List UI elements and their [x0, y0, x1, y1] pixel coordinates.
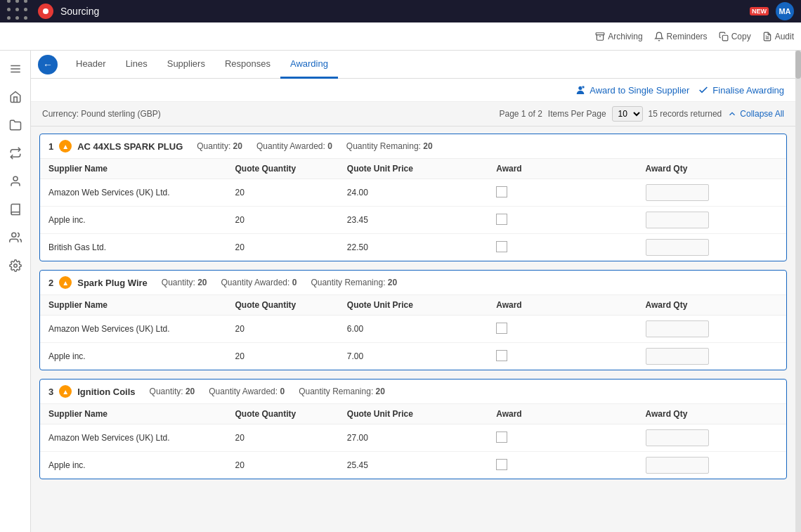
- th-award-2: Award: [488, 295, 637, 316]
- th-quote-qty-1: Quote Quantity: [227, 159, 339, 179]
- item-card-1: 1 ▲ AC 44XLS SPARK PLUG Quantity: 20 Qua…: [39, 134, 787, 261]
- item-name-3: Ignition Coils: [77, 387, 135, 397]
- page-scrollbar[interactable]: [795, 51, 801, 532]
- back-button[interactable]: ←: [38, 55, 58, 74]
- item-quantity-1: Quantity: 20: [197, 141, 242, 151]
- quote-qty: 20: [227, 424, 339, 452]
- sidebar-person-icon[interactable]: [3, 169, 28, 194]
- archiving-button[interactable]: Archiving: [595, 32, 642, 41]
- award-checkbox[interactable]: [496, 241, 507, 252]
- item-qty-awarded-2: Quantity Awarded: 0: [221, 278, 297, 287]
- th-award-qty-2: Award Qty: [637, 295, 786, 316]
- award-qty-input[interactable]: [646, 320, 709, 337]
- award-qty-input[interactable]: [646, 184, 709, 201]
- pagination-bar: Currency: Pound sterling (GBP) Page 1 of…: [31, 102, 795, 126]
- award-checkbox[interactable]: [496, 459, 507, 470]
- table-row: Apple inc. 20 25.45: [40, 452, 786, 479]
- supplier-name: British Gas Ltd.: [40, 234, 227, 261]
- supplier-name: Amazon Web Services (UK) Ltd.: [40, 179, 227, 207]
- app-grid-icon[interactable]: [7, 0, 31, 23]
- award-checkbox[interactable]: [496, 323, 507, 334]
- sidebar-transfer-icon[interactable]: [3, 141, 28, 166]
- collapse-all-button[interactable]: Collapse All: [727, 109, 784, 119]
- item-number-3: 3: [48, 387, 53, 397]
- currency-label: Currency: Pound sterling (GBP): [42, 109, 161, 119]
- award-qty-input[interactable]: [646, 457, 709, 474]
- new-badge: NEW: [750, 7, 769, 15]
- svg-rect-2: [722, 35, 728, 41]
- award-checkbox[interactable]: [496, 350, 507, 361]
- th-unit-price-3: Quote Unit Price: [339, 404, 488, 424]
- item-status-icon-1: ▲: [59, 140, 72, 153]
- tab-responses[interactable]: Responses: [215, 51, 280, 79]
- item-card-2: 2 ▲ Spark Plug Wire Quantity: 20 Quantit…: [39, 270, 787, 370]
- award-qty-cell: [637, 207, 786, 234]
- item-qty-remaining-1: Quantity Remaning: 20: [346, 141, 433, 151]
- table-row: Apple inc. 20 23.45: [40, 207, 786, 234]
- supplier-name: Apple inc.: [40, 452, 227, 479]
- avatar[interactable]: MA: [776, 2, 794, 20]
- item-meta-3: Quantity: 20 Quantity Awarded: 0 Quantit…: [150, 387, 385, 396]
- th-quote-qty-2: Quote Quantity: [227, 295, 339, 316]
- award-qty-cell: [637, 452, 786, 479]
- svg-text:+: +: [582, 86, 584, 89]
- archiving-label: Archiving: [608, 32, 642, 41]
- item-table-1: Supplier Name Quote Quantity Quote Unit …: [40, 159, 786, 261]
- quote-qty: 20: [227, 452, 339, 479]
- award-single-button[interactable]: + Award to Single Supplier: [575, 84, 689, 96]
- table-row: British Gas Ltd. 20 22.50: [40, 234, 786, 261]
- tab-suppliers[interactable]: Suppliers: [157, 51, 215, 79]
- app-title: Sourcing: [60, 6, 99, 17]
- th-quote-qty-3: Quote Quantity: [227, 404, 339, 424]
- audit-button[interactable]: Audit: [762, 32, 794, 41]
- award-qty-input[interactable]: [646, 429, 709, 446]
- sidebar-folder-icon[interactable]: [3, 112, 28, 138]
- award-checkbox[interactable]: [496, 214, 507, 225]
- award-qty-input[interactable]: [646, 348, 709, 365]
- unit-price: 25.45: [339, 452, 488, 479]
- award-qty-input[interactable]: [646, 239, 709, 256]
- sidebar-people-icon[interactable]: [3, 225, 28, 250]
- sidebar: [0, 51, 31, 532]
- sidebar-book-icon[interactable]: [3, 197, 28, 222]
- unit-price: 24.00: [339, 179, 488, 207]
- copy-button[interactable]: Copy: [719, 32, 751, 41]
- award-checkbox[interactable]: [496, 432, 507, 443]
- award-qty-cell: [637, 234, 786, 261]
- svg-rect-0: [596, 32, 604, 34]
- content-area: ← Header Lines Suppliers Responses Award…: [31, 51, 795, 532]
- supplier-name: Amazon Web Services (UK) Ltd.: [40, 424, 227, 452]
- tab-lines[interactable]: Lines: [116, 51, 157, 79]
- page-info: Page 1 of 2: [499, 109, 542, 119]
- award-cell: [488, 316, 637, 343]
- finalise-button[interactable]: Finalise Awarding: [698, 84, 784, 96]
- scrollbar-thumb[interactable]: [795, 51, 801, 79]
- th-award-3: Award: [488, 404, 637, 424]
- app-logo: [38, 4, 53, 19]
- award-cell: [488, 207, 637, 234]
- svg-point-8: [13, 176, 18, 181]
- award-qty-input[interactable]: [646, 212, 709, 228]
- sidebar-settings-icon[interactable]: [3, 253, 28, 278]
- item-qty-awarded-3: Quantity Awarded: 0: [209, 387, 285, 396]
- sidebar-home-icon[interactable]: [3, 84, 28, 110]
- item-header-3: 3 ▲ Ignition Coils Quantity: 20 Quantity…: [40, 379, 786, 404]
- item-number-2: 2: [48, 278, 53, 288]
- quote-qty: 20: [227, 207, 339, 234]
- tab-header[interactable]: Header: [66, 51, 116, 79]
- item-header-1: 1 ▲ AC 44XLS SPARK PLUG Quantity: 20 Qua…: [40, 134, 786, 159]
- supplier-name: Apple inc.: [40, 207, 227, 234]
- award-cell: [488, 424, 637, 452]
- items-per-page-select[interactable]: 10 20 50: [612, 106, 643, 122]
- table-row: Amazon Web Services (UK) Ltd. 20 6.00: [40, 316, 786, 343]
- sidebar-menu-icon[interactable]: [3, 56, 28, 82]
- award-qty-cell: [637, 316, 786, 343]
- item-status-icon-3: ▲: [59, 385, 72, 398]
- tab-awarding[interactable]: Awarding: [280, 51, 338, 79]
- items-scroll-area[interactable]: 1 ▲ AC 44XLS SPARK PLUG Quantity: 20 Qua…: [31, 126, 795, 532]
- quote-qty: 20: [227, 234, 339, 261]
- item-quantity-3: Quantity: 20: [150, 387, 195, 396]
- award-checkbox[interactable]: [496, 186, 507, 197]
- table-row: Amazon Web Services (UK) Ltd. 20 24.00: [40, 179, 786, 207]
- reminders-button[interactable]: Reminders: [654, 32, 708, 41]
